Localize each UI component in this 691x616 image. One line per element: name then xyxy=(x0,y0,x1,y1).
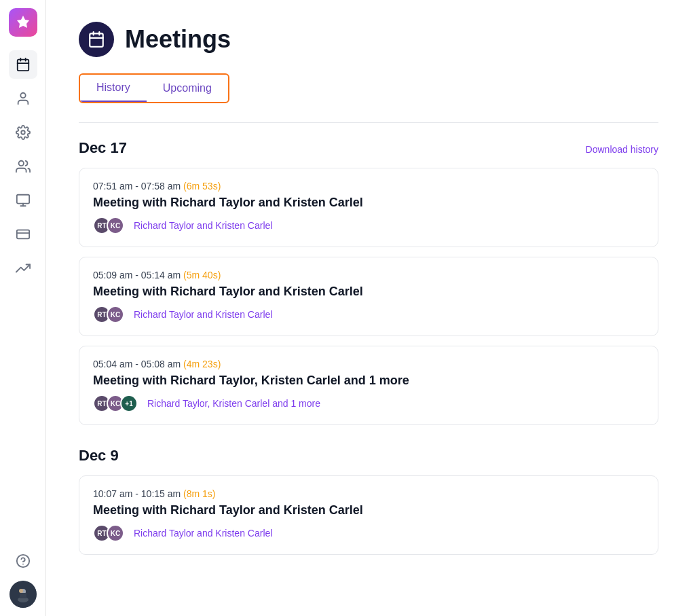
sidebar-item-card[interactable] xyxy=(9,220,37,249)
meeting-participants-3: RT KC +1 Richard Taylor, Kristen Carlel … xyxy=(93,395,644,412)
svg-rect-0 xyxy=(17,60,29,71)
participant-names-4: Richard Taylor and Kristen Carlel xyxy=(134,528,272,539)
download-history-link[interactable]: Download history xyxy=(586,144,658,155)
svg-point-4 xyxy=(20,93,25,98)
sidebar-item-team[interactable] xyxy=(9,152,37,181)
participant-names-3: Richard Taylor, Kristen Carlel and 1 mor… xyxy=(147,398,320,409)
avatar-3c: +1 xyxy=(120,395,138,412)
tab-upcoming[interactable]: Upcoming xyxy=(147,75,228,102)
section-date-dec9: Dec 9 xyxy=(79,447,119,465)
avatar-2b: KC xyxy=(107,306,124,323)
avatar-1b: KC xyxy=(107,217,124,234)
user-avatar[interactable] xyxy=(10,581,37,608)
meeting-time-3: 05:04 am - 05:08 am (4m 23s) xyxy=(93,359,644,369)
svg-point-6 xyxy=(18,161,23,166)
meeting-participants-2: RT KC Richard Taylor and Kristen Carlel xyxy=(93,306,644,323)
svg-rect-17 xyxy=(20,593,26,598)
app-logo[interactable] xyxy=(9,8,37,37)
sidebar-item-monitor[interactable] xyxy=(9,186,37,215)
sidebar-item-settings[interactable] xyxy=(9,118,37,147)
tabs-container: History Upcoming xyxy=(79,73,229,103)
tab-history[interactable]: History xyxy=(80,75,147,102)
meeting-card-4[interactable]: 10:07 am - 10:15 am (8m 1s) Meeting with… xyxy=(79,475,658,555)
sidebar xyxy=(0,0,46,616)
main-content: Meetings History Upcoming Dec 17 Downloa… xyxy=(46,0,691,616)
avatars-group-1: RT KC xyxy=(93,217,124,234)
meeting-card-1[interactable]: 07:51 am - 07:58 am (6m 53s) Meeting wit… xyxy=(79,168,658,247)
meeting-card-3[interactable]: 05:04 am - 05:08 am (4m 23s) Meeting wit… xyxy=(79,346,658,425)
svg-point-5 xyxy=(21,130,25,134)
avatars-group-4: RT KC xyxy=(93,524,124,542)
meeting-title-4: Meeting with Richard Taylor and Kristen … xyxy=(93,503,644,518)
avatars-group-2: RT KC xyxy=(93,306,124,323)
participant-names-2: Richard Taylor and Kristen Carlel xyxy=(134,309,272,320)
meeting-time-1: 07:51 am - 07:58 am (6m 53s) xyxy=(93,181,644,192)
section-dec9: Dec 9 xyxy=(79,447,658,465)
section-date-dec17: Dec 17 xyxy=(79,139,127,157)
meeting-title-1: Meeting with Richard Taylor and Kristen … xyxy=(93,196,644,210)
sidebar-item-help[interactable] xyxy=(9,547,37,575)
meeting-participants-1: RT KC Richard Taylor and Kristen Carlel xyxy=(93,217,644,234)
avatars-group-3: RT KC +1 xyxy=(93,395,138,412)
meeting-time-4: 10:07 am - 10:15 am (8m 1s) xyxy=(93,488,644,499)
avatar-4b: KC xyxy=(107,524,124,542)
sidebar-item-user[interactable] xyxy=(9,84,37,113)
page-title: Meetings xyxy=(125,25,231,54)
sidebar-item-calendar[interactable] xyxy=(9,50,37,79)
svg-rect-10 xyxy=(16,230,29,239)
svg-point-16 xyxy=(19,589,23,593)
meeting-time-2: 05:09 am - 05:14 am (5m 40s) xyxy=(93,270,644,280)
meeting-title-3: Meeting with Richard Taylor, Kristen Car… xyxy=(93,374,644,388)
meeting-card-2[interactable]: 05:09 am - 05:14 am (5m 40s) Meeting wit… xyxy=(79,257,658,336)
sidebar-item-analytics[interactable] xyxy=(9,254,37,283)
meeting-title-2: Meeting with Richard Taylor and Kristen … xyxy=(93,285,644,299)
page-icon xyxy=(79,22,114,57)
svg-rect-18 xyxy=(90,33,103,47)
participant-names-1: Richard Taylor and Kristen Carlel xyxy=(134,220,272,231)
svg-rect-7 xyxy=(16,195,29,204)
meeting-participants-4: RT KC Richard Taylor and Kristen Carlel xyxy=(93,524,644,542)
page-header: Meetings xyxy=(79,22,658,57)
section-dec17: Dec 17 Download history xyxy=(79,139,658,157)
